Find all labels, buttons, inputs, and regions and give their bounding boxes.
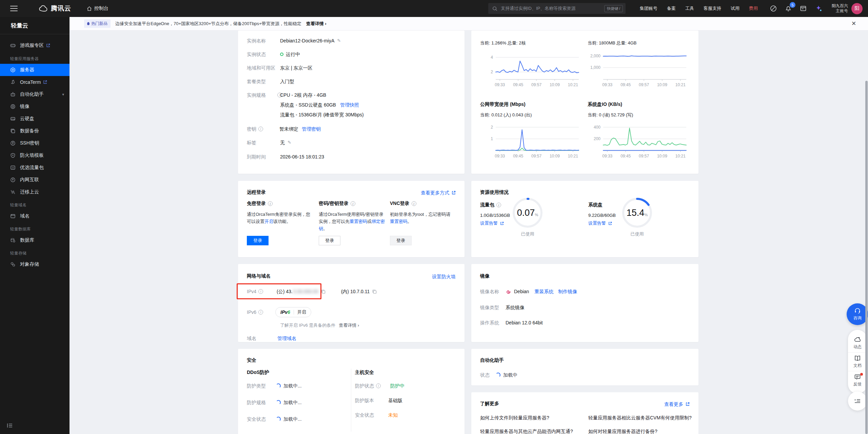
edit-tags-icon[interactable]: ✎ <box>288 139 291 146</box>
svg-text:10:09: 10:09 <box>657 154 667 158</box>
redacted-ip: 0.00.000.00 <box>293 289 318 294</box>
sidebar-item-backup[interactable]: 数据备份 <box>0 125 70 137</box>
svg-text:09:33: 09:33 <box>495 154 505 158</box>
vnc-login-button[interactable]: 登录 <box>390 236 412 245</box>
console-link[interactable]: 控制台 <box>87 5 108 12</box>
sidebar-item-ssh-key[interactable]: SSH密钥 <box>0 137 70 149</box>
close-icon[interactable]: ✕ <box>851 21 857 26</box>
sidebar-item-vpc-peering[interactable]: 内网互联 <box>0 174 70 186</box>
sidebar-item-automation[interactable]: 自动化助手 ▾ <box>0 88 70 100</box>
svg-text:09:33: 09:33 <box>602 82 612 87</box>
console-panel-icon[interactable] <box>800 5 807 12</box>
copy-icon[interactable] <box>321 289 326 294</box>
key-icon <box>10 140 16 146</box>
user-role: 主账号 <box>832 8 848 14</box>
ipv6-enable-label: 开启 <box>297 309 306 315</box>
user-info[interactable]: 阳九百六 主账号 <box>832 3 848 14</box>
external-link-icon <box>46 43 50 48</box>
make-image-link[interactable]: 制作镜像 <box>558 288 577 295</box>
info-icon[interactable]: i <box>268 201 273 206</box>
more-login-methods-link[interactable]: 查看更多方式 <box>421 190 449 196</box>
instance-status: 运行中 <box>286 51 300 57</box>
faq-link[interactable]: 轻量应用服务器与其他云产品能否内网互通? <box>480 428 573 434</box>
info-icon[interactable]: i <box>258 127 263 131</box>
ipv6-detail-link[interactable]: 查看详情 › <box>339 322 359 328</box>
reset-password-link[interactable]: 重置密码 <box>390 219 408 224</box>
sidebar-item-object-storage[interactable]: 对象存储 <box>0 258 70 270</box>
manage-key-link[interactable]: 管理密钥 <box>302 126 321 132</box>
hamburger-menu-icon[interactable] <box>10 6 18 11</box>
info-icon[interactable]: i <box>258 310 263 315</box>
sidebar-item-cloud-disk[interactable]: 云硬盘 <box>0 113 70 125</box>
banner-detail-link[interactable]: 查看详情 › <box>306 21 327 27</box>
svg-text:1: 1 <box>491 136 493 141</box>
reinstall-link[interactable]: 重装系统 <box>534 288 553 295</box>
topbar-item-icp[interactable]: 备案 <box>667 5 676 12</box>
copy-icon[interactable] <box>372 289 377 294</box>
avatar[interactable]: 阳 <box>851 3 863 14</box>
info-icon[interactable]: i <box>412 201 416 206</box>
set-alarm-link[interactable]: 设置告警 <box>480 220 498 226</box>
topbar-item-support[interactable]: 客服支持 <box>704 5 721 12</box>
sidebar-item-game-zone[interactable]: 游戏服专区 <box>0 39 70 52</box>
ai-assistant-icon[interactable] <box>815 5 822 12</box>
diskio-chart-title: 系统盘IO (KB/s) <box>588 101 622 107</box>
diskio-chart: 40020009:3309:4509:5710:0910:21 <box>588 121 688 163</box>
svg-text:09:57: 09:57 <box>531 82 541 87</box>
tencent-cloud-logo[interactable]: 腾讯云 <box>39 4 71 13</box>
faq-link[interactable]: 如何对轻量应用服务器进行备份? <box>588 428 657 434</box>
sidebar-item-firewall-template[interactable]: 防火墙模板 <box>0 149 70 162</box>
image-icon <box>10 104 16 109</box>
system-disk-head: 系统盘 <box>588 202 616 208</box>
reset-password-link[interactable]: 重置密码 <box>350 219 367 224</box>
sidebar-item-traffic-package[interactable]: 优选流量包 <box>0 162 70 174</box>
consult-button[interactable]: 咨询 <box>847 303 868 325</box>
faq-link[interactable]: 轻量应用服务器相比云服务器CVM有何使用限制? <box>588 415 692 421</box>
svg-text:400: 400 <box>594 125 600 130</box>
svg-text:1,000: 1,000 <box>590 65 600 70</box>
topbar-item-trial[interactable]: 试用 <box>731 5 739 12</box>
docs-button[interactable]: 文档 <box>848 352 867 371</box>
card-title: 资源使用情况 <box>480 189 509 195</box>
memory-chart: 2,0001,00009:3309:4509:5710:0910:21 <box>588 50 688 91</box>
dynamics-button[interactable]: 动态 <box>848 334 867 352</box>
info-icon[interactable]: i <box>376 383 381 388</box>
search-input[interactable]: 支持通过实例ID、IP、名称等搜索资源 快捷键 / <box>488 3 626 14</box>
info-icon[interactable]: i <box>496 203 501 207</box>
topbar-item-tools[interactable]: 工具 <box>685 5 694 12</box>
sidebar-item-server[interactable]: 服务器 <box>0 64 70 76</box>
topbar-item-billing[interactable]: 费用 <box>749 5 758 12</box>
edit-name-icon[interactable]: ✎ <box>337 38 341 44</box>
automation-assistant-card: 自动化助手 状态 加载中 <box>471 349 698 385</box>
faq-link[interactable]: 如何上传文件到轻量应用服务器? <box>480 415 549 421</box>
free-login-button[interactable]: 登录 <box>247 236 269 245</box>
notification-bell-icon[interactable]: 5 <box>785 5 792 12</box>
sidebar-item-orcaterm[interactable]: OrcaTerm <box>0 76 70 88</box>
info-icon[interactable]: i <box>351 201 355 206</box>
sidebar-item-images[interactable]: 镜像 <box>0 100 70 113</box>
robot-icon <box>10 92 16 97</box>
feedback-button[interactable]: 反馈 <box>848 371 867 390</box>
info-icon[interactable]: i <box>258 289 263 294</box>
topbar-item-group-account[interactable]: 集团账号 <box>640 5 657 12</box>
enable-link[interactable]: 开启 <box>264 219 273 224</box>
image-type: 系统镜像 <box>506 304 525 310</box>
pwd-login-button[interactable]: 登录 <box>319 236 340 245</box>
sidebar-item-database[interactable]: 数据库 <box>0 234 70 246</box>
manage-domain-link[interactable]: 管理域名 <box>277 335 296 341</box>
svg-text:09:45: 09:45 <box>620 154 631 158</box>
task-list-button[interactable] <box>848 392 867 411</box>
svg-text:09:45: 09:45 <box>620 82 631 87</box>
manage-snapshot-link[interactable]: 管理快照 <box>340 102 359 108</box>
sidebar-collapse-icon[interactable] <box>7 423 13 429</box>
help-icon[interactable] <box>770 5 777 12</box>
sidebar-item-migration[interactable]: 迁移上云 <box>0 186 70 198</box>
set-firewall-link[interactable]: 设置防火墙 <box>432 273 456 280</box>
ipv6-enable-pill[interactable]: IPv6 开启 <box>275 307 311 317</box>
sidebar-item-domain[interactable]: 域名 <box>0 210 70 222</box>
remote-login-card: 远程登录 查看更多方式 免密登录i 通过OrcaTerm免密登录实例，您可以设置… <box>238 181 465 257</box>
set-alarm-link[interactable]: 设置告警 <box>588 220 606 226</box>
scrollbar[interactable] <box>865 81 868 434</box>
svg-text:10:09: 10:09 <box>550 82 560 87</box>
see-more-link[interactable]: 查看更多 <box>664 401 683 407</box>
